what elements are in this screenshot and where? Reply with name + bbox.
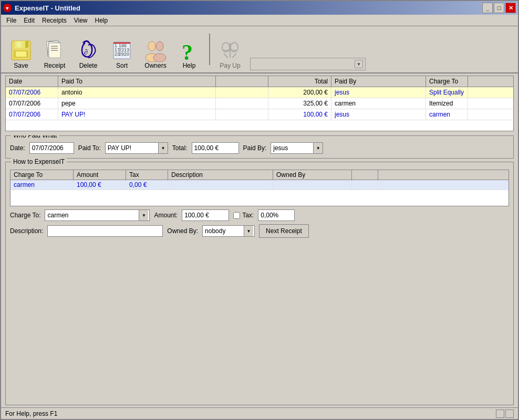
delete-icon: ∂: [77, 39, 100, 62]
icol-description: Description: [168, 170, 273, 180]
who-paid-what-form: Date: Paid To: ▼ Total: Paid By: ▼: [10, 142, 509, 154]
help-label: Help: [183, 62, 196, 69]
icol-empty: [352, 170, 378, 180]
expense-table: Charge To Amount Tax Description Owned B…: [10, 170, 509, 206]
paid-by-label: Paid By:: [243, 144, 267, 152]
who-paid-what-title: Who Paid What: [11, 135, 59, 139]
cell-chargeto-2: Itemized: [426, 98, 468, 109]
save-button[interactable]: Save: [5, 38, 37, 70]
paid-to-input[interactable]: [106, 143, 158, 153]
svg-line-35: [224, 54, 228, 58]
col-date: Date: [6, 76, 58, 87]
paid-to-arrow[interactable]: ▼: [158, 143, 168, 153]
menu-receipts[interactable]: Receipts: [39, 16, 70, 25]
charge-to-input[interactable]: [45, 211, 139, 220]
owners-label: Owners: [144, 62, 166, 69]
menu-help[interactable]: Help: [92, 16, 111, 25]
title-bar-left: ♥ ExpenseIT - Untitled: [3, 4, 80, 12]
charge-to-label: Charge To:: [10, 212, 40, 219]
expense-table-row[interactable]: carmen 100,00 € 0,00 €: [11, 180, 508, 190]
status-text: For Help, press F1: [5, 410, 57, 417]
owned-by-combo[interactable]: ▼: [202, 225, 255, 237]
col-paid-to: Paid To: [58, 76, 216, 87]
table-row[interactable]: 07/07/2006 PAY UP! 100,00 € jesus carmen: [6, 109, 513, 120]
amount-input[interactable]: [182, 209, 229, 221]
tax-input[interactable]: [258, 209, 295, 221]
icell-description: [168, 180, 273, 190]
toolbar-separator: [209, 34, 210, 65]
owners-button[interactable]: Owners: [140, 38, 171, 70]
svg-line-36: [232, 54, 236, 58]
paid-by-arrow[interactable]: ▼: [313, 143, 323, 153]
next-receipt-button[interactable]: Next Receipt: [259, 224, 309, 238]
table-row[interactable]: 07/07/2006 antonio 200,00 € jesus Split …: [6, 87, 513, 98]
icell-owned-by: [273, 180, 352, 190]
window-title: ExpenseIT - Untitled: [15, 4, 80, 12]
title-buttons: _ □ ✕: [482, 3, 516, 13]
main-window: ♥ ExpenseIT - Untitled _ □ ✕ File Edit R…: [0, 0, 519, 420]
payup-combo[interactable]: ▼: [250, 58, 366, 70]
receipt-label: Receipt: [44, 62, 66, 69]
owned-by-input[interactable]: [203, 226, 244, 236]
cell-paidby-2: carmen: [331, 98, 426, 109]
delete-button[interactable]: ∂ Delete: [72, 38, 104, 70]
col-empty: [216, 76, 268, 87]
svg-point-27: [157, 42, 163, 50]
paid-to-combo[interactable]: ▼: [105, 142, 168, 154]
owners-icon: [144, 39, 167, 62]
svg-text:29: 29: [119, 51, 124, 57]
owned-by-arrow[interactable]: ▼: [244, 226, 253, 236]
menu-file[interactable]: File: [3, 16, 19, 25]
close-button[interactable]: ✕: [505, 3, 516, 13]
cell-paidby-3: jesus: [331, 109, 426, 120]
col-charge-to: Charge To: [426, 76, 468, 87]
maximize-button[interactable]: □: [494, 3, 504, 13]
cell-empty-2: [216, 98, 268, 109]
tax-checkbox[interactable]: [233, 212, 240, 219]
status-bar: For Help, press F1: [1, 407, 518, 419]
svg-text:?: ?: [182, 40, 193, 62]
app-icon: ♥: [3, 4, 12, 12]
owned-by-label: Owned By:: [167, 227, 198, 235]
cell-date-1: 07/07/2006: [6, 87, 58, 98]
svg-text:20: 20: [124, 51, 129, 57]
icol-amount: Amount: [74, 170, 126, 180]
date-input[interactable]: [29, 142, 74, 154]
receipt-icon: [43, 39, 66, 62]
status-btn-1[interactable]: [496, 410, 504, 418]
cell-paidto-1: antonio: [58, 87, 216, 98]
cell-date-3: 07/07/2006: [6, 109, 58, 120]
menu-view[interactable]: View: [71, 16, 91, 25]
expense-table-empty: [11, 190, 508, 206]
charge-to-combo[interactable]: ▼: [45, 209, 150, 221]
expense-form-row1: Charge To: ▼ Amount: Tax:: [10, 209, 509, 221]
expense-form-row2: Description: Owned By: ▼ Next Receipt: [10, 224, 509, 238]
table-row[interactable]: 07/07/2006 pepe 325,00 € carmen Itemized: [6, 98, 513, 109]
total-input[interactable]: [192, 142, 239, 154]
svg-point-26: [149, 42, 155, 50]
help-button[interactable]: ? Help: [173, 38, 205, 70]
payup-combo-arrow[interactable]: ▼: [355, 60, 363, 68]
svg-point-29: [153, 54, 166, 62]
delete-label: Delete: [79, 62, 98, 69]
status-btn-2[interactable]: [505, 410, 514, 418]
sort-icon: 1 17 23 18 22 29 6 13 20: [110, 39, 133, 62]
svg-rect-2: [17, 42, 21, 47]
save-label: Save: [14, 62, 28, 69]
description-input[interactable]: [47, 225, 163, 237]
minimize-button[interactable]: _: [482, 3, 493, 13]
menu-edit[interactable]: Edit: [20, 16, 38, 25]
sort-button[interactable]: 1 17 23 18 22 29 6 13 20 Sort: [106, 38, 138, 70]
paid-by-input[interactable]: [271, 143, 313, 153]
receipt-button[interactable]: Receipt: [39, 38, 70, 70]
charge-to-arrow[interactable]: ▼: [139, 210, 148, 220]
svg-rect-4: [16, 51, 26, 57]
title-bar: ♥ ExpenseIT - Untitled _ □ ✕: [1, 1, 518, 15]
help-icon: ?: [178, 39, 201, 62]
col-total: Total: [268, 76, 331, 87]
toolbar: Save Receipt: [1, 26, 518, 74]
cell-total-1: 200,00 €: [268, 87, 331, 98]
how-to-title: How to ExpenseIT: [11, 158, 67, 165]
cell-paidto-2: pepe: [58, 98, 216, 109]
paid-by-combo[interactable]: ▼: [271, 142, 323, 154]
